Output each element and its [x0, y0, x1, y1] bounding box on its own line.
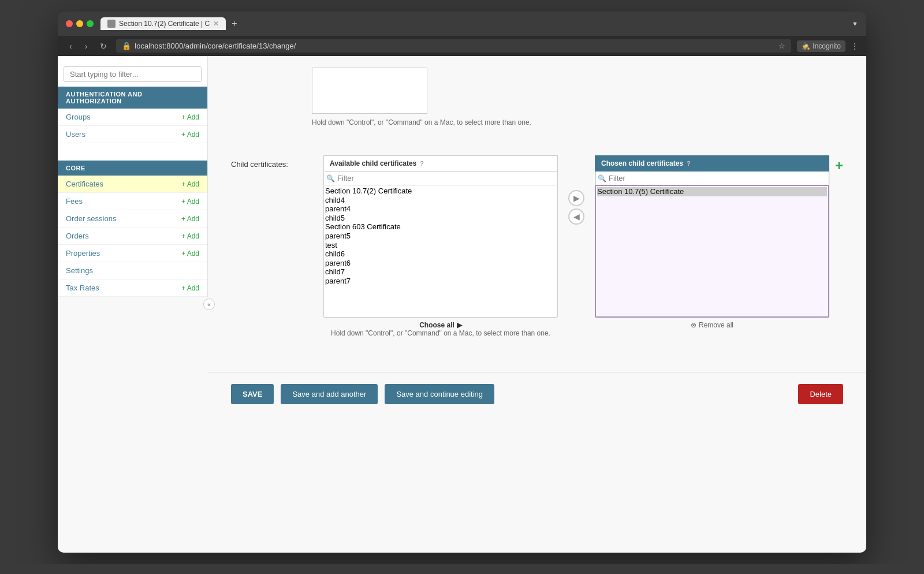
menu-icon[interactable]: ⋮ [851, 42, 858, 50]
list-item[interactable]: child4 [325, 196, 556, 205]
sidebar-wrapper: AUTHENTICATION AND AUTHORIZATION Groups … [58, 56, 208, 553]
minimize-button[interactable] [76, 20, 83, 27]
tab-close-icon[interactable]: ✕ [213, 20, 219, 28]
list-item[interactable]: Section 603 Certificate [325, 222, 556, 232]
sidebar-section-auth: AUTHENTICATION AND AUTHORIZATION [58, 87, 207, 109]
list-item[interactable]: child7 [325, 267, 556, 277]
save-continue-button[interactable]: Save and continue editing [385, 384, 494, 404]
list-item[interactable]: parent4 [325, 204, 556, 214]
sidebar-item-tax-rates[interactable]: Tax Rates + Add [58, 279, 207, 297]
list-item[interactable]: Section 10.7(2) Certificate [325, 187, 556, 196]
transfer-right-button[interactable]: ▶ [568, 190, 584, 206]
address-box[interactable]: 🔒 localhost:8000/admin/core/certificate/… [116, 39, 791, 53]
active-tab[interactable]: Section 10.7(2) Certificate | C ✕ [100, 17, 226, 30]
close-button[interactable] [66, 20, 73, 27]
sidebar-item-settings[interactable]: Settings [58, 262, 207, 279]
remove-all-icon: ⊗ [691, 321, 696, 329]
chosen-search-icon: 🔍 [598, 174, 606, 182]
star-icon[interactable]: ☆ [778, 42, 785, 50]
child-certificates-label: Child certificates: [231, 155, 312, 169]
address-icons: ☆ [778, 42, 785, 50]
tabs-dropdown-icon[interactable]: ▼ [852, 20, 858, 27]
chosen-below: ⊗ Remove all [595, 321, 829, 329]
chosen-select[interactable]: Section 10.7(5) Certificate [595, 185, 829, 318]
lock-icon: 🔒 [122, 42, 131, 50]
traffic-lights [66, 20, 94, 27]
reload-button[interactable]: ↻ [96, 40, 110, 52]
add-all-icon[interactable]: + [835, 155, 843, 174]
addressbar: ‹ › ↻ 🔒 localhost:8000/admin/core/certif… [58, 36, 866, 56]
sidebar-item-orders[interactable]: Orders + Add [58, 228, 207, 245]
titlebar: Section 10.7(2) Certificate | C ✕ + ▼ [58, 12, 866, 36]
chosen-filter-box: 🔍 [595, 171, 829, 185]
sidebar-collapse-button[interactable]: « [203, 299, 215, 310]
available-select-wrapper: Section 10.7(2) Certificate child4 paren… [323, 185, 558, 318]
transfer-left-button[interactable]: ◀ [568, 208, 584, 225]
sidebar-item-groups[interactable]: Groups + Add [58, 109, 207, 126]
back-button[interactable]: ‹ [66, 40, 76, 52]
form-actions: SAVE Save and add another Save and conti… [208, 372, 866, 416]
available-panel: Available child certificates ? 🔍 Section… [323, 155, 558, 349]
sidebar: AUTHENTICATION AND AUTHORIZATION Groups … [58, 56, 208, 297]
incognito-label: Incognito [813, 42, 841, 50]
sidebar-section-core: CORE [58, 161, 207, 176]
delete-button[interactable]: Delete [798, 384, 843, 404]
sidebar-item-fees[interactable]: Fees + Add [58, 193, 207, 210]
list-item[interactable]: child6 [325, 249, 556, 259]
maximize-button[interactable] [87, 20, 94, 27]
toolbar-right: 🕵 Incognito ⋮ [797, 40, 858, 52]
save-button[interactable]: SAVE [231, 384, 274, 404]
available-search-icon: 🔍 [326, 174, 335, 182]
top-hint-text: Hold down "Control", or "Command" on a M… [312, 118, 843, 126]
chosen-header: Chosen child certificates ? [595, 155, 829, 171]
chosen-help-icon[interactable]: ? [687, 160, 691, 167]
chosen-panel: Chosen child certificates ? 🔍 Section 10… [595, 155, 829, 329]
content-wrapper: Hold down "Control", or "Command" on a M… [208, 56, 866, 553]
sidebar-item-certificates[interactable]: Certificates + Add [58, 176, 207, 193]
available-filter-box: 🔍 [323, 171, 558, 185]
text-area-placeholder [312, 68, 427, 114]
available-below: Choose all ▶ Hold down "Control", or "Co… [323, 321, 558, 349]
available-hint: Hold down "Control", or "Command" on a M… [331, 329, 550, 337]
top-placeholder: Hold down "Control", or "Command" on a M… [208, 56, 866, 144]
sidebar-filter-input[interactable] [64, 66, 202, 82]
tab-title: Section 10.7(2) Certificate | C [119, 20, 210, 28]
certificates-section: Child certificates: Available child cert… [208, 144, 866, 360]
save-add-button[interactable]: Save and add another [281, 384, 378, 404]
remove-all-link[interactable]: ⊗ Remove all [691, 321, 733, 329]
incognito-badge: 🕵 Incognito [797, 40, 845, 52]
list-item[interactable]: parent7 [325, 277, 556, 286]
list-item[interactable]: child5 [325, 214, 556, 223]
available-help-icon[interactable]: ? [420, 160, 424, 167]
tab-favicon [107, 20, 116, 28]
sidebar-item-order-sessions[interactable]: Order sessions + Add [58, 210, 207, 228]
choose-all-link[interactable]: Choose all ▶ [419, 321, 462, 329]
sidebar-item-users[interactable]: Users + Add [58, 126, 207, 143]
chosen-filter-input[interactable] [609, 174, 826, 182]
list-item[interactable]: parent5 [325, 232, 556, 241]
available-header: Available child certificates ? [323, 155, 558, 171]
tab-bar: Section 10.7(2) Certificate | C ✕ + [100, 17, 845, 30]
available-filter-input[interactable] [337, 174, 555, 182]
available-select[interactable]: Section 10.7(2) Certificate child4 paren… [323, 185, 558, 318]
address-url: localhost:8000/admin/core/certificate/13… [135, 42, 775, 50]
chosen-select-wrapper: Section 10.7(5) Certificate [595, 185, 829, 318]
new-tab-button[interactable]: + [228, 17, 240, 30]
incognito-icon: 🕵 [802, 42, 810, 50]
sidebar-filter[interactable] [64, 66, 202, 82]
list-item[interactable]: Section 10.7(5) Certificate [597, 187, 827, 196]
transfer-buttons: ▶ ◀ [564, 190, 589, 225]
list-item[interactable]: parent6 [325, 259, 556, 268]
choose-all-icon: ▶ [457, 321, 462, 329]
browser-content: AUTHENTICATION AND AUTHORIZATION Groups … [58, 56, 866, 553]
sidebar-spacer [58, 143, 207, 161]
forward-button[interactable]: › [81, 40, 91, 52]
sidebar-item-properties[interactable]: Properties + Add [58, 245, 207, 262]
list-item[interactable]: test [325, 241, 556, 250]
